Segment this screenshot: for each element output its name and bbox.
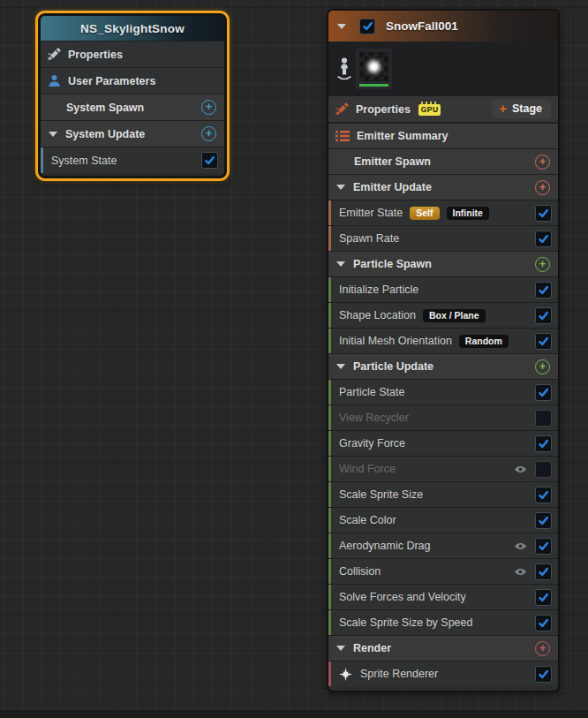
chevron-down-icon[interactable] <box>336 646 345 651</box>
row-scale-sprite-size[interactable]: Scale Sprite Size <box>328 481 558 507</box>
user-icon <box>48 74 61 87</box>
system-node-header[interactable]: NS_SkylightSnow <box>41 16 224 41</box>
preview-person-icon <box>336 49 352 88</box>
row-spawn-rate[interactable]: Spawn Rate <box>328 225 558 251</box>
add-module-button[interactable]: + <box>201 126 216 141</box>
add-module-button[interactable]: + <box>535 155 550 170</box>
module-enabled-checkbox[interactable] <box>535 333 552 350</box>
row-label: Initialize Particle <box>339 283 418 296</box>
add-module-button[interactable]: + <box>535 641 550 656</box>
row-label: Gravity Force <box>339 437 405 450</box>
chevron-down-icon[interactable] <box>336 185 345 190</box>
row-initial-mesh-orientation[interactable]: Initial Mesh OrientationRandom <box>328 328 558 353</box>
row-accent-bar <box>328 200 331 225</box>
module-enabled-checkbox[interactable] <box>535 615 552 631</box>
node-bottom-padding <box>328 686 558 691</box>
module-enabled-checkbox[interactable] <box>535 205 552 222</box>
add-stage-button[interactable]: + Stage <box>492 100 551 118</box>
row-shape-location[interactable]: Shape LocationBox / Plane <box>328 302 558 328</box>
row-gravity-force[interactable]: Gravity Force <box>328 430 558 456</box>
module-enabled-checkbox[interactable] <box>535 282 552 299</box>
niagara-graph-canvas[interactable]: NS_SkylightSnow Properties User Paramete… <box>0 0 588 718</box>
chevron-down-icon[interactable] <box>336 261 345 267</box>
badge-random[interactable]: Random <box>459 335 509 348</box>
module-enabled-checkbox[interactable] <box>535 512 552 529</box>
badge-self[interactable]: Self <box>410 207 439 220</box>
row-accent-bar <box>328 277 331 302</box>
gpu-sim-target-badge[interactable]: GPU <box>418 104 441 116</box>
row-label: Particle State <box>339 386 404 398</box>
row-user-parameters[interactable]: User Parameters <box>41 67 224 94</box>
chevron-down-icon[interactable] <box>337 24 346 29</box>
section-row-system-update[interactable]: System Update+ <box>41 120 224 147</box>
emitter-node-header[interactable]: SnowFall001 <box>328 11 558 42</box>
system-node[interactable]: NS_SkylightSnow Properties User Paramete… <box>35 11 230 181</box>
graph-bottom-edge <box>0 710 588 718</box>
emitter-node-title: SnowFall001 <box>386 19 458 33</box>
row-accent-bar <box>41 147 43 173</box>
chevron-down-icon[interactable] <box>49 132 57 137</box>
eye-icon[interactable] <box>514 541 527 551</box>
module-enabled-checkbox[interactable] <box>201 152 218 169</box>
row-label: Properties <box>68 49 123 61</box>
row-emitter-summary[interactable]: Emitter Summary <box>328 123 558 148</box>
module-enabled-checkbox[interactable] <box>535 461 552 478</box>
section-row-particle-spawn[interactable]: Particle Spawn+ <box>328 251 558 276</box>
badge-box-plane[interactable]: Box / Plane <box>423 309 486 322</box>
section-row-system-spawn[interactable]: System Spawn+ <box>41 94 224 120</box>
section-row-render[interactable]: Render+ <box>328 635 558 661</box>
particle-material-thumbnail[interactable] <box>359 52 388 81</box>
row-label: Emitter Update <box>353 181 432 193</box>
stage-button-label: Stage <box>512 102 542 115</box>
module-enabled-checkbox[interactable] <box>535 589 552 606</box>
section-row-emitter-spawn[interactable]: Emitter Spawn+ <box>328 148 558 174</box>
eye-icon[interactable] <box>514 567 527 577</box>
chevron-down-icon[interactable] <box>336 364 345 369</box>
module-enabled-checkbox[interactable] <box>535 231 552 247</box>
material-color-bar <box>359 84 388 87</box>
row-accent-bar <box>328 508 331 533</box>
row-particle-state[interactable]: Particle State <box>328 379 558 404</box>
row-initialize-particle[interactable]: Initialize Particle <box>328 276 558 302</box>
row-label: Wind Force <box>339 463 396 475</box>
row-collision[interactable]: Collision <box>328 558 558 584</box>
module-enabled-checkbox[interactable] <box>535 538 552 555</box>
emitter-enabled-checkbox[interactable] <box>359 19 375 34</box>
badge-infinite[interactable]: Infinite <box>447 207 489 220</box>
section-row-emitter-update[interactable]: Emitter Update+ <box>328 174 558 200</box>
row-properties[interactable]: Properties <box>41 41 224 67</box>
module-enabled-checkbox[interactable] <box>535 563 552 580</box>
row-label: Render <box>353 642 391 654</box>
emitter-preview-strip <box>328 42 558 96</box>
selection-ring: NS_SkylightSnow Properties User Paramete… <box>35 11 230 181</box>
row-label: Collision <box>339 565 381 578</box>
row-emitter-state[interactable]: Emitter StateSelfInfinite <box>328 200 558 225</box>
row-label: Emitter State <box>339 207 403 219</box>
plus-icon: + <box>499 103 507 114</box>
add-module-button[interactable]: + <box>535 257 550 272</box>
row-system-state[interactable]: System State <box>41 147 224 173</box>
emitter-node[interactable]: SnowFall001 <box>327 9 560 692</box>
module-enabled-checkbox[interactable] <box>535 487 552 503</box>
row-scale-color[interactable]: Scale Color <box>328 507 558 533</box>
row-scale-sprite-size-by-speed[interactable]: Scale Sprite Size by Speed <box>328 609 558 635</box>
eye-icon[interactable] <box>514 465 527 474</box>
add-module-button[interactable]: + <box>535 359 550 374</box>
module-enabled-checkbox[interactable] <box>535 666 552 683</box>
add-module-button[interactable]: + <box>201 100 216 115</box>
row-aerodynamic-drag[interactable]: Aerodynamic Drag <box>328 533 558 558</box>
add-module-button[interactable]: + <box>535 180 550 195</box>
module-enabled-checkbox[interactable] <box>535 410 552 427</box>
renderer-thumbnail-panel[interactable] <box>356 49 392 89</box>
module-enabled-checkbox[interactable] <box>535 307 552 324</box>
row-sprite-renderer[interactable]: Sprite Renderer <box>328 661 558 686</box>
row-solve-forces-and-velocity[interactable]: Solve Forces and Velocity <box>328 584 558 609</box>
properties-label: Properties <box>356 103 411 116</box>
emitter-properties-row[interactable]: Properties GPU + Stage <box>328 96 558 123</box>
section-row-particle-update[interactable]: Particle Update+ <box>328 353 558 379</box>
row-label: Scale Color <box>339 514 396 526</box>
module-enabled-checkbox[interactable] <box>535 435 552 452</box>
module-enabled-checkbox[interactable] <box>535 384 552 401</box>
row-view-recycler[interactable]: View Recycler <box>328 404 558 430</box>
row-wind-force[interactable]: Wind Force <box>328 456 558 481</box>
